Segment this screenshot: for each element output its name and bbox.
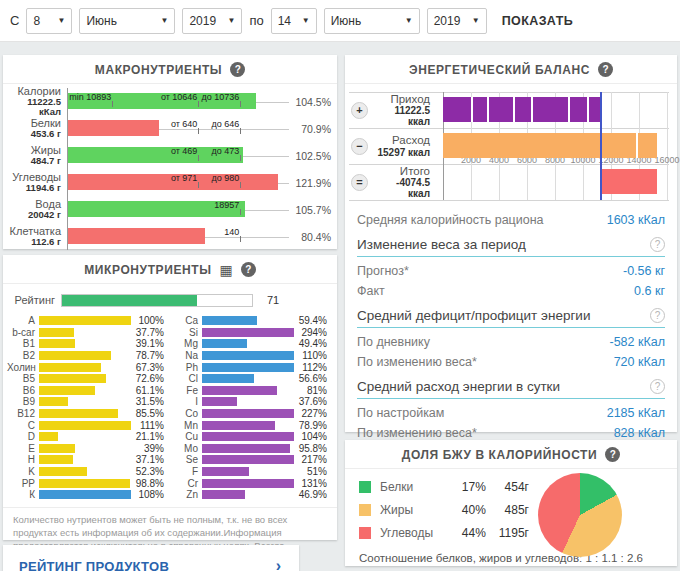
range-tick bbox=[240, 128, 241, 134]
intake-day-divider bbox=[513, 97, 515, 122]
rating-label: Рейтинг bbox=[3, 294, 61, 306]
stat-value: 720 кКал bbox=[614, 355, 665, 369]
range-tick bbox=[240, 182, 241, 188]
to-month-select[interactable]: Июнь▼ bbox=[324, 8, 420, 34]
stat-value: -0.56 кг bbox=[623, 264, 665, 278]
micronutrient-row: B278.7% bbox=[7, 350, 170, 362]
micronutrient-bar bbox=[202, 490, 245, 499]
micronutrient-name: Mo bbox=[170, 443, 202, 454]
micronutrient-bar bbox=[39, 409, 118, 418]
micronutrient-bar bbox=[202, 374, 254, 383]
to-label: по bbox=[249, 13, 263, 28]
legend-color-swatch bbox=[359, 504, 371, 516]
micronutrient-bar bbox=[202, 409, 294, 418]
divider bbox=[349, 200, 669, 201]
micronutrient-percent: 49.4% bbox=[294, 338, 333, 349]
energy-plot-area: 200040006000800010000120001400016000 bbox=[443, 92, 667, 200]
chevron-down-icon: ▼ bbox=[227, 16, 235, 25]
stat-row: По дневнику-582 кКал bbox=[357, 332, 665, 352]
macro-bar-track: min 10893от 10646до 10736 bbox=[67, 88, 289, 115]
range-label: до 10736 bbox=[202, 92, 241, 102]
micronutrient-bar-track bbox=[39, 374, 131, 383]
micronutrient-percent: 52.3% bbox=[131, 466, 170, 477]
legend-color-swatch bbox=[359, 527, 371, 539]
macro-value: 453.6 г bbox=[9, 129, 61, 139]
help-icon[interactable]: ? bbox=[650, 379, 665, 394]
micronutrient-bar-track bbox=[202, 479, 294, 488]
micronutrient-bar bbox=[39, 363, 101, 372]
range-label: до 980 bbox=[212, 173, 241, 183]
to-day-select[interactable]: 14▼ bbox=[271, 8, 317, 34]
range-tick bbox=[198, 155, 199, 161]
help-icon[interactable]: ? bbox=[650, 308, 665, 323]
micronutrients-header: МИКРОНУТРИЕНТЫ ▦ ? bbox=[3, 255, 337, 284]
micronutrient-bar-track bbox=[202, 455, 294, 464]
micronutrient-bar bbox=[202, 397, 237, 406]
energy-name: Приход bbox=[372, 93, 430, 106]
micronutrient-percent: 37.7% bbox=[131, 327, 170, 338]
macro-row: Вода20042 г18957105.7% bbox=[9, 196, 331, 223]
help-icon[interactable]: ? bbox=[598, 62, 613, 77]
micronutrient-row: Ph112% bbox=[170, 361, 333, 373]
intake-bar bbox=[443, 97, 600, 122]
range-tick bbox=[198, 182, 199, 188]
macro-percent: 70.9% bbox=[289, 123, 331, 135]
chevron-down-icon: ▼ bbox=[472, 16, 480, 25]
chevron-down-icon: ▼ bbox=[405, 16, 413, 25]
micronutrient-percent: 110% bbox=[294, 350, 333, 361]
stat-value: 2185 кКал bbox=[607, 406, 665, 420]
macro-bar bbox=[68, 120, 159, 136]
to-year-select[interactable]: 2019▼ bbox=[427, 8, 487, 34]
micronutrient-percent: 51% bbox=[294, 466, 333, 477]
macro-bar bbox=[68, 228, 205, 244]
intake-day-divider bbox=[587, 97, 589, 122]
micronutrient-bar bbox=[202, 351, 294, 360]
micronutrient-name: F bbox=[170, 466, 202, 477]
micronutrient-name: C bbox=[7, 420, 39, 431]
range-label: 18957 bbox=[214, 200, 240, 210]
range-tick bbox=[240, 101, 241, 107]
macro-label: Углеводы1194.6 г bbox=[9, 172, 67, 194]
stat-value: 828 кКал bbox=[614, 426, 665, 440]
range-tick bbox=[240, 155, 241, 161]
micronutrient-row: A100% bbox=[7, 315, 170, 327]
range-label: от 640 bbox=[171, 119, 198, 129]
show-button[interactable]: ПОКАЗАТЬ bbox=[502, 14, 573, 28]
energy-balance-panel: ЭНЕРГЕТИЧЕСКИЙ БАЛАНС ? +Приход11222.5 к… bbox=[345, 55, 677, 432]
rating-bar bbox=[61, 294, 253, 307]
help-icon[interactable]: ? bbox=[241, 262, 256, 277]
chevron-down-icon: ▼ bbox=[160, 16, 168, 25]
micronutrient-name: B5 bbox=[7, 373, 39, 384]
help-icon[interactable]: ? bbox=[605, 447, 620, 462]
macro-label: Жиры484.7 г bbox=[9, 145, 67, 167]
energy-value: -4074.5 ккал bbox=[372, 177, 430, 199]
stat-row: Факт0.6 кг bbox=[357, 281, 665, 301]
micronutrient-name: D bbox=[7, 431, 39, 442]
from-year-select[interactable]: 2019▼ bbox=[182, 8, 242, 34]
bju-legend-row: Углеводы44%1195г bbox=[359, 521, 529, 544]
micronutrients-chart: A100%b-car37.7%B139.1%B278.7%Холин67.3%B… bbox=[3, 315, 337, 501]
micronutrient-name: A bbox=[7, 315, 39, 326]
from-month-select[interactable]: Июнь▼ bbox=[79, 8, 175, 34]
stat-section-header: Средний расход энергии в сутки? bbox=[357, 372, 665, 399]
bju-share-panel: ДОЛЯ БЖУ В КАЛОРИЙНОСТИ ? Белки17%454гЖи… bbox=[345, 440, 677, 566]
legend-percent: 40% bbox=[451, 503, 486, 517]
table-view-icon[interactable]: ▦ bbox=[220, 263, 233, 277]
macro-value: 20042 г bbox=[9, 210, 61, 220]
micronutrient-name: B12 bbox=[7, 408, 39, 419]
macro-label: Вода20042 г bbox=[9, 199, 67, 221]
help-icon[interactable]: ? bbox=[650, 237, 665, 252]
micronutrient-row: Mo95.8% bbox=[170, 443, 333, 455]
micronutrient-bar bbox=[202, 328, 294, 337]
micronutrient-percent: 104% bbox=[294, 431, 333, 442]
micronutrient-row: D21.1% bbox=[7, 431, 170, 443]
micronutrient-bar bbox=[39, 467, 87, 476]
help-icon[interactable]: ? bbox=[230, 62, 245, 77]
rating-bar-fill bbox=[62, 295, 197, 306]
micronutrient-bar-track bbox=[202, 328, 294, 337]
macro-row: Жиры484.7 гот 469до 473102.5% bbox=[9, 142, 331, 169]
from-day-select[interactable]: 8▼ bbox=[26, 8, 72, 34]
products-rating-link[interactable]: РЕЙТИНГ ПРОДУКТОВ › bbox=[3, 545, 299, 571]
micronutrient-row: Na110% bbox=[170, 350, 333, 362]
micronutrient-percent: 61.1% bbox=[131, 385, 170, 396]
